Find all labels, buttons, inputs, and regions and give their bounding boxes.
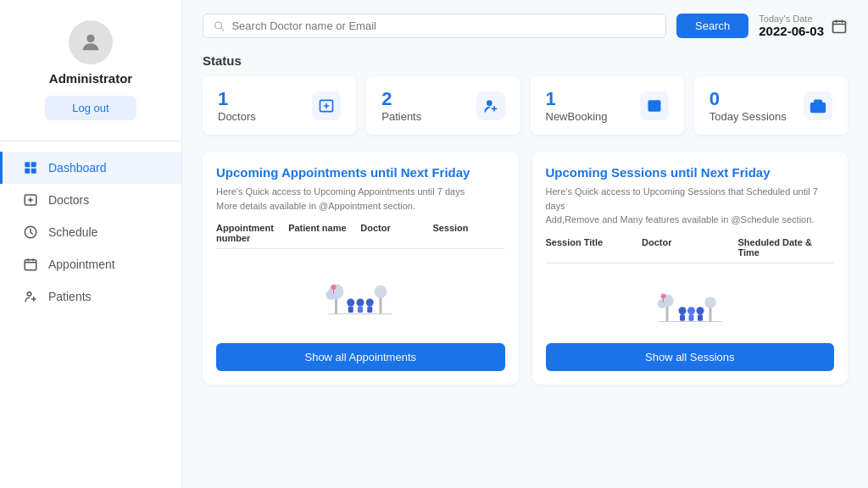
- svg-point-34: [704, 297, 716, 308]
- svg-rect-7: [25, 260, 36, 270]
- status-card-patients: 2 Patients: [366, 76, 520, 135]
- appointments-desc: Here's Quick access to Upcoming Appointm…: [216, 185, 505, 213]
- sidebar-label-dashboard: Dashboard: [48, 161, 107, 175]
- svg-line-10: [220, 27, 224, 30]
- stat-num-doctors: 1: [218, 88, 256, 110]
- patients-card-icon: [476, 92, 505, 120]
- svg-point-27: [366, 299, 374, 307]
- show-all-sessions-button[interactable]: Show all Sessions: [546, 343, 835, 371]
- appointments-title: Upcoming Appointments until Next Friday: [216, 165, 505, 180]
- avatar: [69, 20, 113, 64]
- svg-rect-38: [680, 314, 685, 321]
- sessions-table-header: Session Title Doctor Sheduled Date & Tim…: [546, 237, 835, 263]
- svg-rect-3: [25, 169, 30, 174]
- svg-rect-42: [698, 314, 703, 321]
- th-session-doctor: Doctor: [642, 237, 738, 258]
- search-box: [203, 14, 666, 38]
- sidebar: Administrator Log out Dashboard Doctors: [0, 0, 182, 488]
- th-appointment-number: Appointment number: [216, 223, 288, 243]
- svg-point-20: [375, 286, 387, 298]
- svg-rect-2: [31, 162, 36, 167]
- doctors-icon: [23, 192, 38, 208]
- svg-rect-26: [358, 307, 363, 313]
- sidebar-label-schedule: Schedule: [48, 225, 97, 239]
- date-value-text: 2022-06-03: [759, 24, 824, 38]
- sessions-illustration: [652, 277, 728, 328]
- sidebar-item-schedule[interactable]: Schedule: [0, 216, 181, 248]
- sidebar-label-appointment: Appointment: [48, 258, 115, 271]
- header-row: Search Today's Date 2022-06-03: [203, 14, 848, 38]
- svg-point-39: [687, 307, 695, 314]
- svg-point-23: [348, 299, 355, 307]
- th-session-title: Session Title: [546, 237, 643, 258]
- today-sessions-card-icon: [804, 92, 832, 120]
- sidebar-label-patients: Patients: [48, 290, 92, 303]
- sidebar-label-doctors: Doctors: [48, 193, 89, 207]
- svg-point-35: [660, 293, 665, 298]
- sessions-title: Upcoming Sessions until Next Friday: [546, 165, 835, 180]
- sessions-empty-area: [546, 269, 835, 336]
- status-card-doctors: 1 Doctors: [203, 76, 356, 135]
- svg-point-25: [357, 299, 364, 307]
- svg-rect-28: [368, 307, 373, 313]
- svg-rect-24: [348, 307, 353, 313]
- dashboard-icon: [23, 160, 38, 175]
- sidebar-divider: [0, 141, 181, 141]
- sidebar-item-dashboard[interactable]: Dashboard: [0, 152, 181, 184]
- svg-point-8: [27, 292, 31, 297]
- svg-point-32: [658, 299, 667, 308]
- svg-rect-11: [833, 21, 846, 32]
- svg-point-13: [487, 101, 491, 105]
- patients-icon: [23, 289, 38, 304]
- stat-name-today-sessions: Today Sessions: [709, 110, 787, 123]
- admin-name: Administrator: [49, 71, 132, 86]
- search-icon: [214, 20, 225, 32]
- svg-point-18: [326, 290, 337, 300]
- stat-name-patients: Patients: [381, 110, 421, 123]
- th-scheduled-date: Sheduled Date & Time: [738, 237, 835, 258]
- th-doctor: Doctor: [360, 223, 432, 243]
- appointments-empty-area: [216, 254, 505, 336]
- stat-num-patients: 2: [381, 88, 421, 110]
- th-session: Session: [432, 223, 504, 243]
- sidebar-nav: Dashboard Doctors Schedule Appointment: [0, 152, 181, 313]
- appointment-icon: [23, 257, 38, 272]
- status-card-today-sessions: 0 Today Sessions: [694, 76, 848, 135]
- appointments-illustration: [322, 269, 398, 320]
- stat-num-newbooking: 1: [546, 88, 608, 110]
- date-label-text: Today's Date: [759, 14, 824, 24]
- calendar-icon: [831, 18, 848, 35]
- svg-rect-4: [31, 169, 36, 174]
- stat-num-today-sessions: 0: [709, 88, 787, 110]
- svg-rect-1: [25, 162, 30, 167]
- sidebar-item-doctors[interactable]: Doctors: [0, 184, 181, 216]
- sessions-panel: Upcoming Sessions until Next Friday Here…: [532, 152, 849, 385]
- svg-point-37: [678, 307, 686, 314]
- sidebar-item-appointment[interactable]: Appointment: [0, 248, 181, 280]
- doctors-card-icon: [312, 92, 341, 120]
- search-input[interactable]: [231, 19, 655, 32]
- appointments-table-header: Appointment number Patient name Doctor S…: [216, 223, 505, 249]
- main-content: Search Today's Date 2022-06-03 Status 1 …: [182, 0, 868, 488]
- appointments-panel: Upcoming Appointments until Next Friday …: [203, 152, 519, 385]
- two-col: Upcoming Appointments until Next Friday …: [203, 152, 848, 385]
- stat-name-doctors: Doctors: [218, 110, 256, 123]
- status-label: Status: [203, 53, 848, 68]
- svg-rect-40: [688, 314, 693, 321]
- logout-button[interactable]: Log out: [45, 96, 136, 120]
- status-card-newbooking: 1 NewBooking: [531, 76, 684, 135]
- svg-point-9: [215, 21, 222, 28]
- newbooking-card-icon: [640, 92, 669, 120]
- sidebar-item-patients[interactable]: Patients: [0, 280, 181, 313]
- svg-point-41: [696, 307, 704, 314]
- th-patient-name: Patient name: [288, 223, 360, 243]
- stat-name-newbooking: NewBooking: [546, 110, 608, 123]
- svg-point-0: [86, 35, 94, 42]
- schedule-icon: [23, 225, 38, 240]
- sessions-desc: Here's Quick access to Upcoming Sessions…: [546, 185, 835, 227]
- status-cards: 1 Doctors 2 Patients: [203, 76, 848, 135]
- show-all-appointments-button[interactable]: Show all Appointments: [216, 343, 505, 371]
- svg-point-21: [331, 285, 337, 290]
- date-block: Today's Date 2022-06-03: [759, 14, 848, 38]
- search-button[interactable]: Search: [676, 14, 748, 38]
